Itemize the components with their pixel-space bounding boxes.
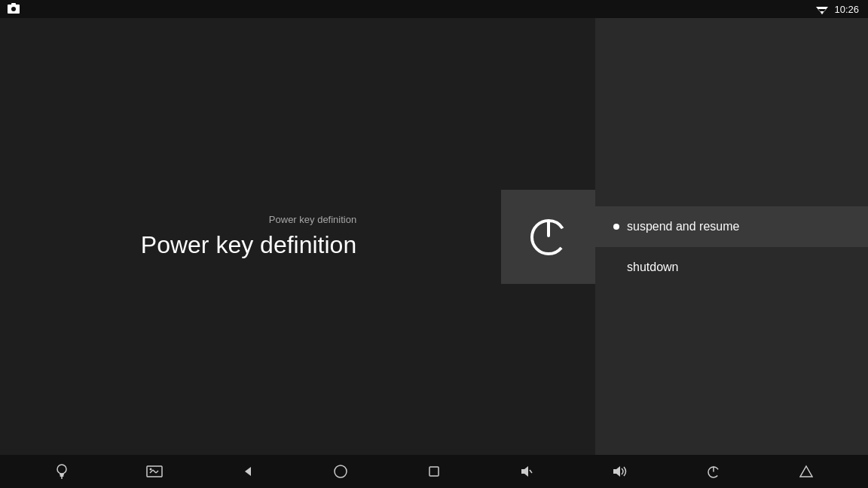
power-nav-icon[interactable] <box>698 456 729 486</box>
screen-icon[interactable] <box>139 456 170 486</box>
suspend-resume-label: suspend and resume <box>627 220 739 233</box>
svg-point-16 <box>150 468 152 471</box>
photo-icon <box>8 3 20 14</box>
svg-marker-20 <box>521 466 528 477</box>
svg-marker-25 <box>800 466 812 477</box>
svg-line-13 <box>150 470 153 473</box>
nav-bar <box>0 455 868 488</box>
dropdown-item-shutdown[interactable]: shutdown <box>595 247 868 288</box>
svg-point-8 <box>57 465 66 474</box>
svg-marker-17 <box>245 467 251 476</box>
svg-rect-19 <box>429 467 439 476</box>
recents-icon[interactable] <box>419 456 449 486</box>
volume-up-icon[interactable] <box>605 456 635 486</box>
bulb-icon[interactable] <box>47 456 77 486</box>
power-icon-box <box>501 190 595 284</box>
svg-marker-5 <box>821 11 824 14</box>
svg-point-18 <box>335 465 347 477</box>
dropdown-panel: suspend and resume shutdown <box>595 18 868 455</box>
svg-rect-9 <box>60 474 64 475</box>
shutdown-label: shutdown <box>627 261 679 274</box>
svg-point-2 <box>11 7 16 11</box>
volume-down-icon[interactable] <box>512 456 542 486</box>
settings-label: Power key definition <box>269 214 356 225</box>
power-button-icon <box>526 215 571 260</box>
status-bar: 10:26 <box>0 0 868 18</box>
wifi-icon <box>816 4 828 14</box>
home-icon[interactable] <box>326 456 356 486</box>
signal-icon[interactable] <box>791 456 821 486</box>
dropdown-item-suspend[interactable]: suspend and resume <box>595 206 868 247</box>
svg-line-21 <box>530 470 532 473</box>
svg-rect-1 <box>11 3 16 5</box>
svg-rect-10 <box>60 475 63 477</box>
svg-line-15 <box>156 471 158 473</box>
selected-bullet <box>613 224 619 230</box>
svg-marker-22 <box>613 466 620 477</box>
back-icon[interactable] <box>233 456 263 486</box>
settings-title: Power key definition <box>141 231 356 259</box>
svg-line-14 <box>153 470 156 473</box>
status-time: 10:26 <box>834 4 859 15</box>
